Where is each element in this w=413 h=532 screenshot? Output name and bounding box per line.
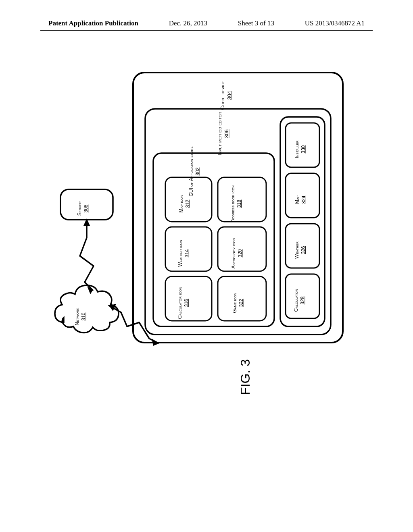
network-label: Network 310 xyxy=(74,308,87,326)
weather-icon-label: Weather icon 314 xyxy=(177,240,190,267)
figure-label: FIG. 3 xyxy=(238,359,253,395)
server-network-link xyxy=(80,221,94,290)
gui-store-box xyxy=(153,153,274,326)
calculator-app-label: Calculator 328 xyxy=(293,289,306,312)
publication-number: US 2013/0346872 A1 xyxy=(305,19,365,27)
map-app-label: Map 324 xyxy=(294,195,307,204)
sheet-number: Sheet 3 of 13 xyxy=(238,19,274,27)
astrology-icon-label: Astrology icon 320 xyxy=(231,238,243,269)
publication-date: Dec. 26, 2013 xyxy=(169,19,207,27)
weather-app-label: Weather 326 xyxy=(294,241,307,259)
ime-label: Input method editor 306 xyxy=(217,112,230,156)
calculator-icon-label: Calculator icon 316 xyxy=(177,287,190,319)
client-device-label: Client device 304 xyxy=(219,81,233,110)
map-icon-label: Map icon 312 xyxy=(178,195,191,212)
game-icon-label: Game icon 322 xyxy=(232,293,244,313)
publication-label: Patent Application Publication xyxy=(48,19,138,27)
server-label: Server 308 xyxy=(77,202,89,216)
address-book-icon-label: Address book icon 318 xyxy=(230,185,242,222)
page-header: Patent Application Publication Dec. 26, … xyxy=(0,19,413,27)
header-rule xyxy=(40,30,373,31)
diagram-svg xyxy=(48,60,365,484)
figure-3: Client device 304 Input method editor 30… xyxy=(48,60,365,484)
page: Patent Application Publication Dec. 26, … xyxy=(0,0,413,532)
gui-store-label: GUI of Application store 302 xyxy=(188,146,201,196)
installer-label: Installer 330 xyxy=(294,140,307,158)
